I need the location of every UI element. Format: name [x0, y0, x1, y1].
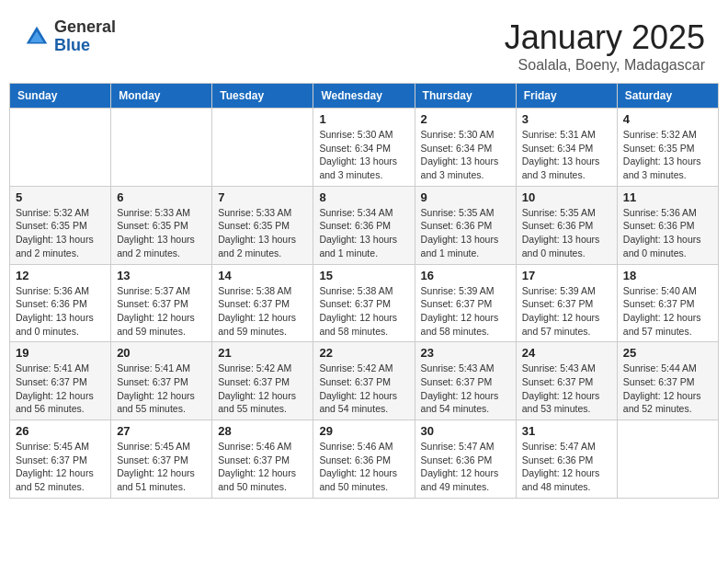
day-number: 16 [421, 269, 510, 282]
weekday-header-friday: Friday [516, 84, 617, 109]
calendar-day-18: 18Sunrise: 5:40 AM Sunset: 6:37 PM Dayli… [617, 264, 718, 342]
empty-day-cell [111, 109, 212, 187]
day-number: 2 [421, 112, 510, 126]
day-info: Sunrise: 5:39 AM Sunset: 6:37 PM Dayligh… [522, 284, 611, 339]
calendar-day-29: 29Sunrise: 5:46 AM Sunset: 6:36 PM Dayli… [313, 420, 415, 499]
day-number: 21 [218, 346, 307, 360]
day-number: 12 [16, 269, 105, 282]
day-number: 20 [117, 346, 206, 360]
calendar-week-row: 5Sunrise: 5:32 AM Sunset: 6:35 PM Daylig… [10, 186, 719, 264]
day-info: Sunrise: 5:32 AM Sunset: 6:35 PM Dayligh… [623, 128, 712, 182]
calendar-day-16: 16Sunrise: 5:39 AM Sunset: 6:37 PM Dayli… [415, 264, 516, 342]
calendar-day-4: 4Sunrise: 5:32 AM Sunset: 6:35 PM Daylig… [617, 109, 718, 187]
month-title: January 2025 [505, 18, 705, 57]
day-info: Sunrise: 5:42 AM Sunset: 6:37 PM Dayligh… [319, 362, 408, 416]
calendar-day-21: 21Sunrise: 5:42 AM Sunset: 6:37 PM Dayli… [212, 342, 313, 420]
calendar-day-12: 12Sunrise: 5:36 AM Sunset: 6:36 PM Dayli… [10, 264, 111, 342]
day-info: Sunrise: 5:30 AM Sunset: 6:34 PM Dayligh… [319, 128, 408, 182]
weekday-header-sunday: Sunday [10, 84, 111, 109]
day-info: Sunrise: 5:38 AM Sunset: 6:37 PM Dayligh… [218, 284, 307, 339]
calendar-day-1: 1Sunrise: 5:30 AM Sunset: 6:34 PM Daylig… [313, 109, 415, 187]
day-info: Sunrise: 5:46 AM Sunset: 6:37 PM Dayligh… [218, 440, 307, 494]
calendar-day-28: 28Sunrise: 5:46 AM Sunset: 6:37 PM Dayli… [212, 420, 313, 499]
title-section: January 2025 Soalala, Boeny, Madagascar [505, 18, 705, 74]
calendar-week-row: 26Sunrise: 5:45 AM Sunset: 6:37 PM Dayli… [10, 420, 719, 499]
calendar-day-19: 19Sunrise: 5:41 AM Sunset: 6:37 PM Dayli… [10, 342, 111, 420]
day-number: 26 [16, 424, 105, 438]
day-info: Sunrise: 5:41 AM Sunset: 6:37 PM Dayligh… [16, 362, 105, 416]
calendar-day-13: 13Sunrise: 5:37 AM Sunset: 6:37 PM Dayli… [111, 264, 212, 342]
calendar-day-15: 15Sunrise: 5:38 AM Sunset: 6:37 PM Dayli… [313, 264, 415, 342]
calendar-week-row: 19Sunrise: 5:41 AM Sunset: 6:37 PM Dayli… [10, 342, 719, 420]
weekday-header-monday: Monday [111, 84, 212, 109]
day-info: Sunrise: 5:37 AM Sunset: 6:37 PM Dayligh… [117, 284, 206, 339]
day-info: Sunrise: 5:43 AM Sunset: 6:37 PM Dayligh… [522, 362, 611, 416]
calendar-day-17: 17Sunrise: 5:39 AM Sunset: 6:37 PM Dayli… [516, 264, 617, 342]
calendar-day-30: 30Sunrise: 5:47 AM Sunset: 6:36 PM Dayli… [415, 420, 516, 499]
calendar-day-5: 5Sunrise: 5:32 AM Sunset: 6:35 PM Daylig… [10, 186, 111, 264]
weekday-header-saturday: Saturday [617, 84, 718, 109]
day-number: 6 [117, 190, 206, 204]
day-number: 24 [522, 346, 611, 360]
day-info: Sunrise: 5:30 AM Sunset: 6:34 PM Dayligh… [421, 128, 510, 182]
calendar-day-31: 31Sunrise: 5:47 AM Sunset: 6:36 PM Dayli… [516, 420, 617, 499]
weekday-header-wednesday: Wednesday [313, 84, 415, 109]
logo-icon [23, 23, 51, 51]
calendar-day-6: 6Sunrise: 5:33 AM Sunset: 6:35 PM Daylig… [111, 186, 212, 264]
day-info: Sunrise: 5:45 AM Sunset: 6:37 PM Dayligh… [117, 440, 206, 494]
calendar-week-row: 1Sunrise: 5:30 AM Sunset: 6:34 PM Daylig… [10, 109, 719, 187]
day-info: Sunrise: 5:40 AM Sunset: 6:37 PM Dayligh… [623, 284, 712, 339]
logo-general: General [54, 18, 116, 37]
calendar-day-11: 11Sunrise: 5:36 AM Sunset: 6:36 PM Dayli… [617, 186, 718, 264]
day-number: 15 [319, 269, 408, 282]
calendar-day-27: 27Sunrise: 5:45 AM Sunset: 6:37 PM Dayli… [111, 420, 212, 499]
day-info: Sunrise: 5:42 AM Sunset: 6:37 PM Dayligh… [218, 362, 307, 416]
day-number: 17 [522, 269, 611, 282]
day-number: 18 [623, 269, 712, 282]
day-number: 7 [218, 190, 307, 204]
calendar-day-25: 25Sunrise: 5:44 AM Sunset: 6:37 PM Dayli… [617, 342, 718, 420]
page-header: General Blue January 2025 Soalala, Boeny… [9, 9, 719, 78]
logo-text: General Blue [54, 18, 116, 55]
empty-day-cell [212, 109, 313, 187]
calendar-table: SundayMondayTuesdayWednesdayThursdayFrid… [9, 83, 719, 499]
calendar-day-9: 9Sunrise: 5:35 AM Sunset: 6:36 PM Daylig… [415, 186, 516, 264]
day-number: 27 [117, 424, 206, 438]
day-info: Sunrise: 5:38 AM Sunset: 6:37 PM Dayligh… [319, 284, 408, 339]
calendar-day-8: 8Sunrise: 5:34 AM Sunset: 6:36 PM Daylig… [313, 186, 415, 264]
day-number: 29 [319, 424, 408, 438]
day-info: Sunrise: 5:33 AM Sunset: 6:35 PM Dayligh… [117, 206, 206, 260]
day-number: 3 [522, 112, 611, 126]
logo: General Blue [23, 18, 116, 55]
day-info: Sunrise: 5:39 AM Sunset: 6:37 PM Dayligh… [421, 284, 510, 339]
day-info: Sunrise: 5:31 AM Sunset: 6:34 PM Dayligh… [522, 128, 611, 182]
day-info: Sunrise: 5:46 AM Sunset: 6:36 PM Dayligh… [319, 440, 408, 494]
calendar-day-10: 10Sunrise: 5:35 AM Sunset: 6:36 PM Dayli… [516, 186, 617, 264]
calendar-day-3: 3Sunrise: 5:31 AM Sunset: 6:34 PM Daylig… [516, 109, 617, 187]
location-title: Soalala, Boeny, Madagascar [505, 57, 705, 74]
day-number: 8 [319, 190, 408, 204]
day-number: 10 [522, 190, 611, 204]
calendar-day-14: 14Sunrise: 5:38 AM Sunset: 6:37 PM Dayli… [212, 264, 313, 342]
empty-day-cell [617, 420, 718, 499]
calendar-day-23: 23Sunrise: 5:43 AM Sunset: 6:37 PM Dayli… [415, 342, 516, 420]
day-info: Sunrise: 5:34 AM Sunset: 6:36 PM Dayligh… [319, 206, 408, 260]
day-number: 9 [421, 190, 510, 204]
calendar-day-7: 7Sunrise: 5:33 AM Sunset: 6:35 PM Daylig… [212, 186, 313, 264]
weekday-header-tuesday: Tuesday [212, 84, 313, 109]
day-info: Sunrise: 5:47 AM Sunset: 6:36 PM Dayligh… [421, 440, 510, 494]
calendar-week-row: 12Sunrise: 5:36 AM Sunset: 6:36 PM Dayli… [10, 264, 719, 342]
day-info: Sunrise: 5:41 AM Sunset: 6:37 PM Dayligh… [117, 362, 206, 416]
day-number: 4 [623, 112, 712, 126]
weekday-header-row: SundayMondayTuesdayWednesdayThursdayFrid… [10, 84, 719, 109]
calendar-day-24: 24Sunrise: 5:43 AM Sunset: 6:37 PM Dayli… [516, 342, 617, 420]
day-info: Sunrise: 5:36 AM Sunset: 6:36 PM Dayligh… [623, 206, 712, 260]
calendar-day-2: 2Sunrise: 5:30 AM Sunset: 6:34 PM Daylig… [415, 109, 516, 187]
day-info: Sunrise: 5:43 AM Sunset: 6:37 PM Dayligh… [421, 362, 510, 416]
day-number: 11 [623, 190, 712, 204]
day-info: Sunrise: 5:36 AM Sunset: 6:36 PM Dayligh… [16, 284, 105, 339]
day-number: 31 [522, 424, 611, 438]
day-info: Sunrise: 5:35 AM Sunset: 6:36 PM Dayligh… [421, 206, 510, 260]
day-number: 19 [16, 346, 105, 360]
day-number: 22 [319, 346, 408, 360]
